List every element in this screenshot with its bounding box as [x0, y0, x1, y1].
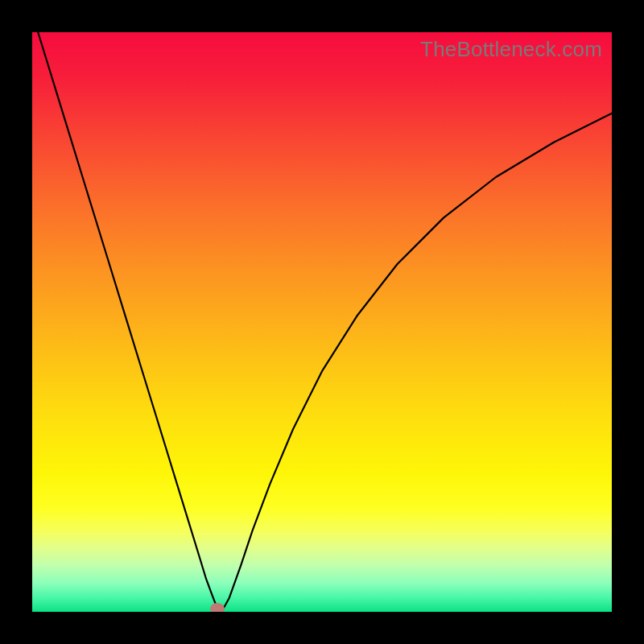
plot-area: TheBottleneck.com: [32, 32, 612, 612]
watermark-text: TheBottleneck.com: [420, 37, 602, 62]
optimal-point-marker: [210, 603, 225, 612]
chart-frame: TheBottleneck.com: [0, 0, 644, 644]
bottleneck-curve: [32, 32, 612, 612]
